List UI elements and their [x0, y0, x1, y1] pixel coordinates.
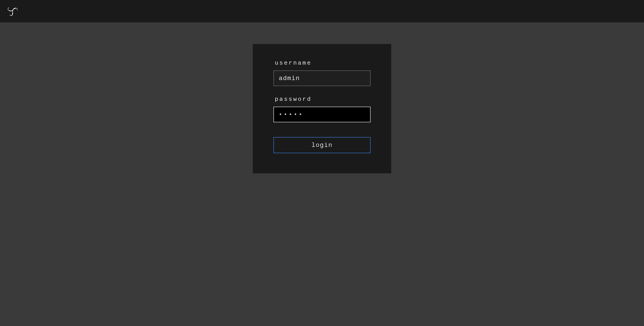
main-content: username password login [0, 22, 644, 174]
login-button[interactable]: login [274, 137, 370, 153]
username-input[interactable] [274, 70, 370, 86]
propeller-icon [6, 4, 18, 18]
password-input[interactable] [274, 107, 370, 122]
app-header [0, 0, 644, 22]
password-label: password [275, 96, 370, 103]
username-label: username [275, 60, 370, 66]
username-group: username [274, 60, 370, 86]
password-group: password [274, 96, 370, 122]
login-panel: username password login [253, 44, 391, 174]
app-logo[interactable] [4, 3, 20, 19]
svg-point-0 [12, 10, 13, 11]
